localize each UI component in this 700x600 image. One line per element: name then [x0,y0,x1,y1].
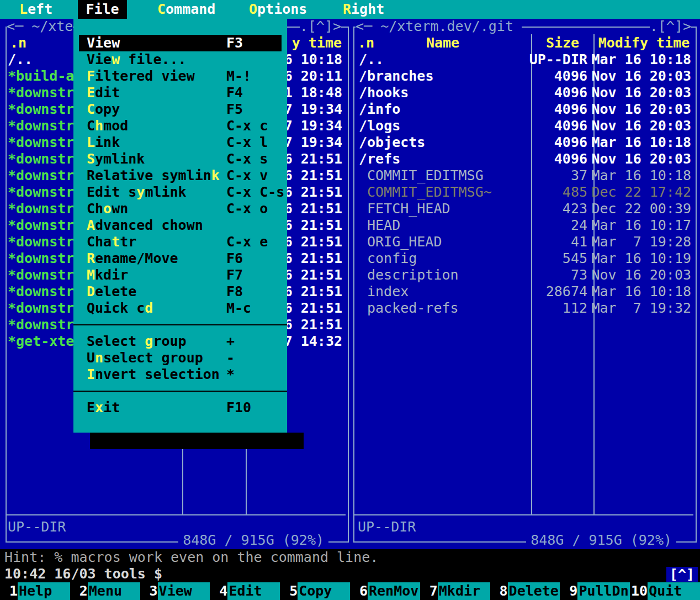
file-row-name[interactable]: /objects [359,134,425,151]
file-row-name[interactable]: config [359,250,417,267]
fkey-copy[interactable]: 5Copy [280,582,350,600]
file-row-name[interactable]: COMMIT_EDITMSG [359,167,484,184]
file-row-mtime: Mar 16 10:18 [591,134,691,151]
file-row-name-fragment[interactable]: *downstr [8,151,74,167]
hotkey-letter: M [87,267,95,283]
left-disk-usage: 848G / 915G (92%) [178,532,328,549]
file-row-name[interactable]: /branches [359,68,433,85]
menu-item-advanced-chown[interactable]: Advanced chown [79,217,282,234]
file-row-name-fragment[interactable]: /.. [8,51,33,68]
file-row-name[interactable]: ORIG_HEAD [359,234,442,250]
file-row-name-fragment[interactable]: *downstr [8,167,74,184]
menu-item-symlink[interactable]: SymlinkC-x s [79,151,282,167]
file-row-name-fragment[interactable]: *downstr [8,267,74,283]
file-row-name-fragment[interactable]: *get-xte [8,333,74,350]
menu-item-rename-move[interactable]: Rename/MoveF6 [79,250,282,267]
menu-item-mkdir[interactable]: MkdirF7 [79,267,282,283]
menu-item-relative-symlink[interactable]: Relative symlinkC-x v [79,167,282,184]
file-row-name[interactable]: packed-refs [359,300,459,317]
file-row-name[interactable]: /.. [359,51,384,68]
menu-item-view-file[interactable]: View file... [79,51,282,68]
file-row-name-fragment[interactable]: *downstr [8,85,74,101]
menu-item-chown[interactable]: ChownC-x o [79,201,282,217]
file-row-name[interactable]: /hooks [359,85,409,101]
terminal-screen: <─ ~/xte .[^]> <─ ~/xterm.dev/.git .[^]>… [0,0,700,600]
file-row-name-fragment[interactable]: *downstr [8,250,74,267]
file-row-mtime-fragment: 6 21:51 [284,151,342,167]
menu-item-label: View file... [87,51,187,68]
file-row-name-fragment[interactable]: *downstr [8,184,74,201]
fkey-number: 6 [350,582,368,600]
menu-item-shortcut: C-x C-s [226,184,284,201]
fkey-mkdir[interactable]: 7Mkdir [420,582,490,600]
file-row-name-fragment[interactable]: *downstr [8,134,74,151]
menu-item-chmod[interactable]: ChmodC-x c [79,118,282,134]
fkey-edit[interactable]: 4Edit [210,582,280,600]
menubar-item-right[interactable]: Right [343,0,384,19]
menu-item-unselect-group[interactable]: Unselect group- [79,350,282,366]
menu-item-exit[interactable]: ExitF10 [79,399,282,416]
file-row-name[interactable]: HEAD [359,217,400,234]
menu-item-edit[interactable]: EditF4 [79,85,282,101]
file-row-name-fragment[interactable]: *downstr [8,234,74,250]
right-column-header-mtime[interactable]: Modify time [595,35,693,51]
hotkey-letter: I [87,366,95,382]
file-row-name[interactable]: description [359,267,459,283]
menu-item-copy[interactable]: CopyF5 [79,101,282,118]
menu-item-quick-cd[interactable]: Quick cdM-c [79,300,282,317]
right-column-header-size[interactable]: Size [532,35,593,51]
menu-item-shortcut: F4 [226,85,243,101]
menu-item-label: View [87,35,120,51]
file-row-name[interactable]: /logs [359,118,400,134]
fkey-pulldn[interactable]: 9PullDn [560,582,630,600]
file-row-name-fragment[interactable]: *downstr [8,283,74,300]
file-row-size: 4096 [554,101,587,118]
file-row-name[interactable]: COMMIT_EDITMSG~ [359,184,492,201]
fkey-delete[interactable]: 8Delete [490,582,560,600]
command-line[interactable]: 10:42 16/03 tools $ [4,566,162,582]
menu-item-view[interactable]: ViewF3 [79,35,282,51]
menu-item-label: Quick cd [87,300,153,317]
fkey-renmov[interactable]: 6RenMov [350,582,420,600]
menu-item-delete[interactable]: DeleteF8 [79,283,282,300]
menu-item-edit-symlink[interactable]: Edit symlinkC-x C-s [79,184,282,201]
mini-status-separator [354,514,693,515]
menubar-item-options[interactable]: Options [249,0,307,19]
file-row-name[interactable]: FETCH_HEAD [359,201,450,217]
panel-toggle-button[interactable]: [^] [666,567,698,582]
file-row-name[interactable]: /refs [359,151,400,167]
menu-item-filtered-view[interactable]: Filtered viewM-! [79,68,282,85]
menu-item-link[interactable]: LinkC-x l [79,134,282,151]
hotkey-letter: g [145,333,153,349]
file-row-name[interactable]: /info [359,101,400,118]
file-row-name-fragment[interactable]: *downstr [8,101,74,118]
file-row-name-fragment[interactable]: *build-a [8,68,74,85]
menu-item-chattr[interactable]: ChattrC-x e [79,234,282,250]
file-row-mtime-fragment: 6 21:51 [284,317,342,333]
file-row-name[interactable]: index [359,283,409,300]
menu-item-label: Chattr [87,234,136,250]
left-sort-indicator[interactable]: .n [10,35,26,51]
right-column-header-name[interactable]: Name [354,35,531,51]
file-row-name-fragment[interactable]: *downstr [8,201,74,217]
menu-item-label: Chown [87,201,128,217]
left-column-header-mtime[interactable]: y time [292,35,342,51]
menubar-item-command[interactable]: Command [157,0,215,19]
file-row-name-fragment[interactable]: *downstr [8,118,74,134]
fkey-view[interactable]: 3View [140,582,210,600]
menubar-item-file[interactable]: File [78,0,127,19]
left-panel-title[interactable]: <─ ~/xte [7,19,73,34]
fkey-menu[interactable]: 2Menu [70,582,140,600]
fkey-quit[interactable]: 10Quit [630,582,700,600]
file-row-name-fragment[interactable]: *downstr [8,217,74,234]
fkey-label: Delete [508,582,560,600]
menu-item-select-group[interactable]: Select group+ [79,333,282,350]
right-panel-updir-marker[interactable]: .[^]> [650,19,691,34]
menu-item-invert-selection[interactable]: Invert selection* [79,366,282,383]
file-row-name-fragment[interactable]: *downstr [8,300,74,317]
left-panel-updir-marker[interactable]: .[^]> [300,19,341,34]
menubar-item-left[interactable]: Left [19,0,52,19]
right-panel-title[interactable]: <─ ~/xterm.dev/.git [356,19,522,34]
file-row-name-fragment[interactable]: *downstr [8,317,74,333]
fkey-help[interactable]: 1Help [0,582,70,600]
